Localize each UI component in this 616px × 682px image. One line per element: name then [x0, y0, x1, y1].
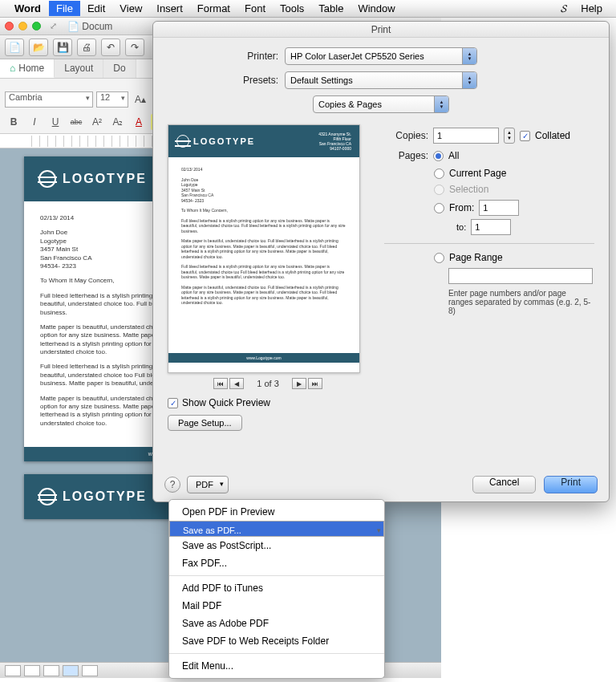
italic-button[interactable]: I: [26, 114, 43, 130]
print-preview: LOGOTYPE 4321 Anonyme St. Fifth Floor Sa…: [168, 124, 360, 373]
presets-select[interactable]: Default Settings▲▼: [285, 71, 477, 89]
header-address: 4321 Anonyme St. Fifth Floor San Francis…: [318, 132, 351, 151]
font-family-select[interactable]: Cambria: [5, 91, 93, 108]
menu-file[interactable]: File: [49, 1, 80, 16]
logo-text: LOGOTYPE: [63, 172, 147, 186]
bold-button[interactable]: B: [5, 114, 22, 130]
minimize-window-button[interactable]: [18, 22, 27, 30]
underline-button[interactable]: U: [47, 114, 64, 130]
menu-separator: [169, 653, 384, 654]
presets-label: Presets:: [168, 75, 278, 86]
print-button[interactable]: Print: [544, 476, 598, 493]
tab-document[interactable]: Do: [103, 59, 136, 78]
show-preview-label: Show Quick Preview: [182, 397, 270, 408]
collated-label: Collated: [535, 130, 570, 141]
pages-from-label: From:: [449, 202, 474, 213]
menu-item-save-as-pdf[interactable]: Save as PDF...: [169, 521, 384, 537]
pages-selection-radio: [434, 185, 444, 195]
copies-stepper[interactable]: ▲▼: [504, 128, 515, 144]
subscript-button[interactable]: A₂: [109, 114, 127, 130]
last-page-button[interactable]: ⏭: [308, 378, 322, 389]
pages-current-radio[interactable]: [434, 168, 444, 179]
zoom-window-button[interactable]: [32, 22, 41, 30]
pdf-dropdown-menu: Open PDF in Preview Save as PDF... Save …: [168, 499, 385, 679]
printer-label: Printer:: [168, 51, 278, 62]
page-range-hint: Enter page numbers and/or page ranges se…: [448, 289, 593, 315]
view-publishing-button[interactable]: [43, 665, 59, 676]
menu-item-fax-pdf[interactable]: Fax PDF...: [169, 554, 384, 572]
logo-icon: [176, 135, 189, 148]
script-menu-icon[interactable]: 𝓢: [561, 2, 567, 15]
view-focus-button[interactable]: [82, 665, 98, 676]
pages-label: Pages:: [384, 150, 428, 161]
menu-separator: [169, 575, 384, 576]
menu-format[interactable]: Format: [190, 1, 237, 16]
menu-help[interactable]: Help: [573, 1, 610, 16]
page-indicator: 1 of 3: [257, 379, 279, 388]
pdf-dropdown-button[interactable]: PDF: [187, 476, 229, 493]
menu-item-add-to-itunes[interactable]: Add PDF to iTunes: [169, 579, 384, 597]
collated-checkbox[interactable]: ✓: [520, 131, 530, 141]
view-print-layout-button[interactable]: [5, 665, 21, 676]
cancel-button[interactable]: Cancel: [472, 476, 536, 493]
save-button[interactable]: 💾: [53, 39, 72, 56]
print-section-select[interactable]: Copies & Pages▲▼: [313, 95, 449, 113]
menu-edit[interactable]: Edit: [80, 1, 112, 16]
menu-item-save-web-receipts[interactable]: Save PDF to Web Receipts Folder: [169, 632, 384, 650]
copies-field[interactable]: [433, 128, 499, 144]
dialog-title: Print: [153, 22, 609, 38]
logo-icon: [38, 170, 56, 188]
pages-to-label: to:: [456, 222, 466, 232]
superscript-button[interactable]: A²: [88, 114, 106, 130]
menu-item-edit-menu[interactable]: Edit Menu...: [169, 657, 384, 675]
view-notebook-button[interactable]: [63, 665, 79, 676]
open-button[interactable]: 📂: [29, 39, 48, 56]
print-button[interactable]: 🖨: [77, 39, 96, 56]
pages-from-radio[interactable]: [434, 203, 444, 213]
pages-current-label: Current Page: [449, 168, 506, 179]
menu-view[interactable]: View: [112, 1, 149, 16]
menu-item-save-as-postscript[interactable]: Save as PostScript...: [169, 537, 384, 554]
menu-insert[interactable]: Insert: [149, 1, 190, 16]
redo-button[interactable]: ↷: [125, 39, 144, 56]
view-outline-button[interactable]: [24, 665, 40, 676]
grow-font-button[interactable]: A▴: [132, 91, 149, 108]
menu-item-open-pdf-preview[interactable]: Open PDF in Preview: [169, 503, 384, 521]
pages-to-field[interactable]: [471, 219, 511, 235]
menu-window[interactable]: Window: [351, 1, 402, 16]
font-size-select[interactable]: 12: [96, 91, 128, 108]
fullscreen-icon[interactable]: ⤢: [50, 21, 57, 31]
print-dialog: Print Printer: HP Color LaserJet CP5520 …: [152, 21, 610, 502]
font-color-button[interactable]: A: [130, 114, 148, 130]
page-range-field[interactable]: [448, 268, 593, 284]
menu-table[interactable]: Table: [311, 1, 351, 16]
document-title: 📄 Docum: [67, 21, 112, 32]
prev-page-button[interactable]: ◀: [229, 378, 244, 389]
first-page-button[interactable]: ⏮: [213, 378, 228, 389]
strikethrough-button[interactable]: abc: [67, 114, 85, 130]
pages-all-label: All: [448, 150, 459, 161]
menu-item-mail-pdf[interactable]: Mail PDF: [169, 597, 384, 615]
pages-from-field[interactable]: [479, 200, 519, 216]
mac-menubar: Word File Edit View Insert Format Font T…: [0, 0, 616, 18]
tab-home[interactable]: ⌂Home: [0, 59, 55, 78]
next-page-button[interactable]: ▶: [292, 378, 306, 389]
help-button[interactable]: ?: [164, 477, 180, 493]
undo-button[interactable]: ↶: [101, 39, 120, 56]
pages-all-radio[interactable]: [433, 151, 444, 161]
menu-item-save-adobe-pdf[interactable]: Save as Adobe PDF: [169, 615, 384, 632]
page-range-label: Page Range: [449, 252, 503, 263]
copies-label: Copies:: [384, 130, 428, 141]
close-window-button[interactable]: [5, 22, 14, 30]
app-name[interactable]: Word: [14, 2, 41, 14]
show-preview-checkbox[interactable]: ✓: [168, 398, 178, 408]
menu-font[interactable]: Font: [237, 1, 273, 16]
new-doc-button[interactable]: 📄: [5, 39, 24, 56]
menu-tools[interactable]: Tools: [273, 1, 311, 16]
printer-select[interactable]: HP Color LaserJet CP5520 Series▲▼: [285, 47, 477, 65]
page-setup-button[interactable]: Page Setup...: [168, 415, 242, 431]
page-range-radio[interactable]: [434, 253, 444, 263]
pages-selection-label: Selection: [449, 184, 488, 195]
tab-layout[interactable]: Layout: [55, 59, 103, 78]
